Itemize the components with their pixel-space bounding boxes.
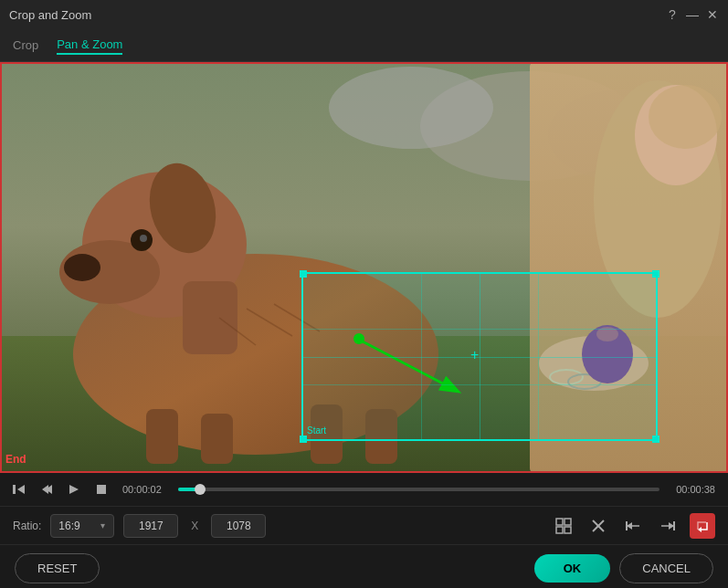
- center-crosshair: [473, 351, 486, 363]
- tabs-row: Crop Pan & Zoom: [0, 29, 728, 62]
- minimize-button[interactable]: —: [686, 8, 699, 21]
- start-label: Start: [307, 425, 326, 436]
- width-input[interactable]: [123, 514, 178, 538]
- progress-thumb[interactable]: [195, 484, 206, 495]
- time-current: 00:00:02: [122, 484, 162, 495]
- cancel-button[interactable]: CANCEL: [619, 553, 713, 583]
- panzoom-selection-box[interactable]: Start: [301, 272, 658, 441]
- svg-marker-36: [69, 485, 79, 494]
- svg-rect-37: [97, 485, 106, 494]
- align-right-button[interactable]: [655, 513, 681, 539]
- align-left-icon: [625, 518, 641, 534]
- skip-back-button[interactable]: [9, 479, 29, 499]
- svg-rect-40: [556, 527, 563, 533]
- svg-point-11: [140, 235, 147, 242]
- help-button[interactable]: ?: [666, 8, 679, 21]
- corner-handle-br[interactable]: [652, 436, 659, 443]
- corner-handle-bl[interactable]: [300, 436, 307, 443]
- reset-button[interactable]: RESET: [15, 553, 100, 583]
- tab-pan-zoom[interactable]: Pan & Zoom: [57, 36, 122, 55]
- action-bar: RESET OK CANCEL: [0, 544, 728, 588]
- tab-crop[interactable]: Crop: [13, 37, 38, 54]
- svg-point-8: [64, 254, 100, 281]
- ok-button[interactable]: OK: [534, 554, 611, 583]
- ratio-select-container[interactable]: 16:9 4:3 1:1 9:16 Custom ▾: [50, 514, 114, 538]
- crop-clear-icon: [590, 518, 607, 534]
- step-back-button[interactable]: [37, 479, 57, 499]
- playback-controls: 00:00:02 00:00:38: [0, 473, 728, 506]
- svg-rect-38: [556, 519, 563, 525]
- play-icon: [68, 483, 80, 496]
- grid-line-v2: [538, 274, 539, 439]
- ratio-select[interactable]: 16:9 4:3 1:1 9:16 Custom: [58, 520, 97, 532]
- swap-icon: [694, 518, 711, 534]
- grid-line-h2: [303, 384, 656, 385]
- stop-icon: [96, 484, 107, 495]
- ratio-label: Ratio:: [13, 520, 41, 532]
- end-label: End: [5, 453, 26, 466]
- title-bar: Crop and Zoom ? — ✕: [0, 0, 728, 29]
- svg-rect-41: [564, 527, 571, 533]
- svg-rect-13: [146, 409, 178, 464]
- window-title: Crop and Zoom: [9, 8, 91, 22]
- progress-track[interactable]: [178, 488, 659, 491]
- corner-handle-tl[interactable]: [300, 270, 307, 278]
- align-right-icon: [659, 518, 676, 534]
- svg-rect-14: [201, 414, 233, 464]
- skip-back-icon: [13, 483, 26, 496]
- svg-point-2: [329, 67, 493, 149]
- grid-line-h1: [303, 329, 656, 330]
- dimension-separator: X: [191, 520, 198, 532]
- video-area: End Start: [0, 62, 728, 473]
- fullscreen-split-icon: [555, 518, 572, 534]
- corner-handle-tr[interactable]: [652, 270, 659, 278]
- close-button[interactable]: ✕: [706, 8, 719, 21]
- settings-row: Ratio: 16:9 4:3 1:1 9:16 Custom ▾ X: [0, 506, 728, 544]
- play-button[interactable]: [64, 479, 84, 499]
- time-total: 00:00:38: [676, 484, 715, 495]
- stop-button[interactable]: [91, 479, 111, 499]
- swap-button[interactable]: [690, 513, 715, 539]
- step-back-icon: [40, 483, 53, 496]
- svg-rect-12: [183, 281, 237, 354]
- window-controls: ? — ✕: [666, 8, 719, 21]
- height-input[interactable]: [211, 514, 266, 538]
- fullscreen-split-button[interactable]: [551, 513, 576, 539]
- align-left-button[interactable]: [620, 513, 646, 539]
- svg-point-28: [649, 85, 722, 149]
- svg-rect-32: [13, 485, 16, 494]
- grid-line-v1: [421, 274, 422, 439]
- svg-marker-33: [17, 485, 25, 494]
- select-chevron: ▾: [100, 520, 105, 530]
- video-content: End Start: [0, 62, 728, 473]
- svg-rect-39: [564, 519, 571, 525]
- crop-clear-button[interactable]: [586, 513, 611, 539]
